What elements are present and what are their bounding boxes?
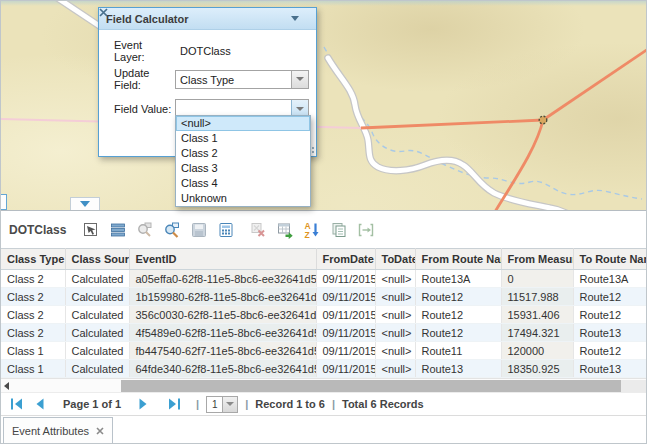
column-header[interactable]: To Route Name — [573, 249, 646, 270]
column-header[interactable]: Class Type — [1, 249, 65, 270]
table-cell[interactable]: Route13A — [573, 270, 646, 288]
table-cell[interactable]: Route11 — [415, 342, 501, 360]
table-cell[interactable]: Route13A — [415, 270, 501, 288]
clear-selection-icon[interactable] — [249, 221, 267, 239]
table-cell[interactable]: Calculated — [65, 270, 129, 288]
attribute-set-icon[interactable] — [330, 221, 348, 239]
table-cell[interactable]: <null> — [375, 360, 415, 378]
table-cell[interactable]: Class 2 — [1, 306, 65, 324]
page-number-dropdown-button[interactable] — [223, 396, 238, 413]
table-cell[interactable]: 4f5489e0-62f8-11e5-8bc6-ee32641d5ec9 — [129, 324, 316, 342]
dropdown-option[interactable]: Class 4 — [176, 176, 310, 191]
column-header[interactable]: EventID — [129, 249, 316, 270]
table-cell[interactable]: 09/11/2015 — [316, 342, 375, 360]
table-cell[interactable]: 15931.406 — [501, 306, 573, 324]
dialog-collapse-icon[interactable] — [291, 16, 299, 21]
tab-event-attributes[interactable]: Event Attributes — [3, 417, 113, 444]
table-cell[interactable]: 356c0030-62f8-11e5-8bc6-ee32641d5ec9 — [129, 306, 316, 324]
table-row[interactable]: Class 2Calculated1b159980-62f8-11e5-8bc6… — [1, 288, 646, 306]
table-cell[interactable]: Route13 — [573, 324, 646, 342]
map-view[interactable]: Field Calculator Event Layer: DOTClass U… — [1, 1, 646, 210]
table-row[interactable]: Class 2Calculateda05effa0-62f8-11e5-8bc6… — [1, 270, 646, 288]
table-cell[interactable]: 09/11/2015 — [316, 288, 375, 306]
table-cell[interactable]: a05effa0-62f8-11e5-8bc6-ee32641d5ec9 — [129, 270, 316, 288]
table-cell[interactable]: Calculated — [65, 306, 129, 324]
column-header[interactable]: From Route Name — [415, 249, 501, 270]
table-cell[interactable]: Calculated — [65, 288, 129, 306]
horizontal-scrollbar[interactable] — [1, 378, 646, 392]
dropdown-option[interactable]: <null> — [176, 116, 310, 131]
dropdown-option[interactable]: Unknown — [176, 191, 310, 206]
sort-icon[interactable]: A Z — [303, 221, 321, 239]
table-header-row: Class TypeClass SourceEventIDFromDateToD… — [1, 249, 646, 270]
table-cell[interactable]: fb447540-62f7-11e5-8bc6-ee32641d5ec9 — [129, 342, 316, 360]
table-cell[interactable]: Route12 — [573, 342, 646, 360]
save-icon[interactable] — [190, 221, 208, 239]
table-cell[interactable]: 120000 — [501, 342, 573, 360]
table-cell[interactable]: Route12 — [415, 306, 501, 324]
table-cell[interactable]: 09/11/2015 — [316, 306, 375, 324]
separator: | — [332, 398, 335, 410]
table-cell[interactable]: <null> — [375, 324, 415, 342]
dropdown-option[interactable]: Class 1 — [176, 131, 310, 146]
table-cell[interactable]: Class 2 — [1, 324, 65, 342]
dropdown-option[interactable]: Class 3 — [176, 161, 310, 176]
table-cell[interactable]: Class 1 — [1, 360, 65, 378]
table-cell[interactable]: Calculated — [65, 342, 129, 360]
close-icon[interactable] — [99, 8, 108, 17]
select-features-icon[interactable] — [82, 221, 100, 239]
table-cell[interactable]: 64fde340-62f8-11e5-8bc6-ee32641d5ec9 — [129, 360, 316, 378]
table-cell[interactable]: 1b159980-62f8-11e5-8bc6-ee32641d5ec9 — [129, 288, 316, 306]
table-cell[interactable]: <null> — [375, 306, 415, 324]
zoom-to-features-icon[interactable] — [163, 221, 181, 239]
table-cell[interactable]: 17494.321 — [501, 324, 573, 342]
table-row[interactable]: Class 1Calculated64fde340-62f8-11e5-8bc6… — [1, 360, 646, 378]
update-field-dropdown-button[interactable] — [291, 71, 308, 88]
table-cell[interactable]: Route12 — [573, 306, 646, 324]
table-cell[interactable]: Calculated — [65, 324, 129, 342]
zoom-to-selected-icon[interactable] — [136, 221, 154, 239]
next-page-button[interactable] — [135, 397, 151, 411]
table-row[interactable]: Class 1Calculatedfb447540-62f7-11e5-8bc6… — [1, 342, 646, 360]
table-cell[interactable]: Route12 — [573, 288, 646, 306]
dropdown-option[interactable]: Class 2 — [176, 146, 310, 161]
collapse-table-button[interactable] — [70, 197, 100, 210]
dialog-titlebar[interactable]: Field Calculator — [99, 8, 316, 30]
table-cell[interactable]: Class 2 — [1, 288, 65, 306]
field-calculator-icon[interactable] — [217, 221, 235, 239]
table-cell[interactable]: Class 1 — [1, 342, 65, 360]
table-cell[interactable]: 18350.925 — [501, 360, 573, 378]
table-cell[interactable]: 09/11/2015 — [316, 270, 375, 288]
column-header[interactable]: ToDate — [375, 249, 415, 270]
table-cell[interactable]: Route13 — [573, 360, 646, 378]
table-cell[interactable]: 11517.988 — [501, 288, 573, 306]
table-cell[interactable]: 09/11/2015 — [316, 324, 375, 342]
table-cell[interactable]: Route12 — [415, 288, 501, 306]
table-cell[interactable]: 0 — [501, 270, 573, 288]
table-cell[interactable]: Calculated — [65, 360, 129, 378]
table-row[interactable]: Class 2Calculated4f5489e0-62f8-11e5-8bc6… — [1, 324, 646, 342]
column-header[interactable]: FromDate — [316, 249, 375, 270]
fit-columns-icon[interactable] — [357, 221, 375, 239]
close-icon[interactable] — [96, 427, 104, 435]
first-page-button[interactable] — [9, 397, 25, 411]
table-cell[interactable]: <null> — [375, 342, 415, 360]
column-header[interactable]: From Measure — [501, 249, 573, 270]
append-data-icon[interactable] — [276, 221, 294, 239]
table-cell[interactable]: <null> — [375, 270, 415, 288]
page-number-value[interactable]: 1 — [206, 396, 223, 413]
table-cell[interactable]: Route12 — [415, 324, 501, 342]
show-selected-records-icon[interactable] — [109, 221, 127, 239]
table-cell[interactable]: Route13 — [415, 360, 501, 378]
scrollbar-thumb[interactable] — [121, 380, 621, 392]
last-page-button[interactable] — [166, 397, 182, 411]
table-cell[interactable]: Class 2 — [1, 270, 65, 288]
scroll-left-icon[interactable] — [4, 382, 9, 390]
table-row[interactable]: Class 2Calculated356c0030-62f8-11e5-8bc6… — [1, 306, 646, 324]
update-field-select[interactable]: Class Type — [175, 70, 309, 89]
page-number-select[interactable]: 1 — [206, 396, 238, 413]
table-cell[interactable]: 09/11/2015 — [316, 360, 375, 378]
column-header[interactable]: Class Source — [65, 249, 129, 270]
table-cell[interactable]: <null> — [375, 288, 415, 306]
previous-page-button[interactable] — [32, 397, 48, 411]
